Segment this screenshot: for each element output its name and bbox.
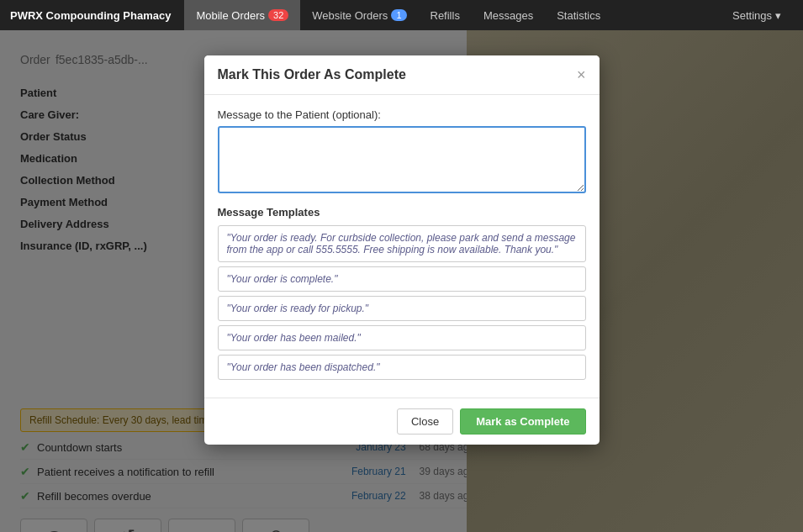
page-background: Order f5ec1835-a5db-... Patient Care Giv… — [0, 30, 803, 532]
nav-settings-label: Settings — [732, 9, 772, 22]
template-button-4[interactable]: "Your order has been dispatched." — [218, 355, 586, 380]
template-button-2[interactable]: "Your order is ready for pickup." — [218, 296, 586, 321]
modal-close-btn[interactable]: Close — [397, 408, 453, 435]
mobile-orders-badge: 32 — [268, 9, 288, 21]
top-navigation: PWRX Compounding Phamacy Mobile Orders 3… — [0, 0, 803, 30]
template-button-3[interactable]: "Your order has been mailed." — [218, 325, 586, 350]
nav-mobile-orders-label: Mobile Orders — [196, 9, 265, 22]
nav-refills[interactable]: Refills — [419, 0, 472, 30]
website-orders-badge: 1 — [391, 9, 406, 21]
nav-messages[interactable]: Messages — [472, 0, 545, 30]
templates-heading: Message Templates — [218, 206, 586, 219]
mark-complete-modal: Mark This Order As Complete × Message to… — [204, 55, 600, 445]
modal-body: Message to the Patient (optional): Messa… — [204, 95, 600, 398]
modal-close-button[interactable]: × — [577, 67, 586, 82]
modal-header: Mark This Order As Complete × — [204, 55, 600, 95]
template-button-0[interactable]: "Your order is ready. For curbside colle… — [218, 225, 586, 262]
nav-website-orders-label: Website Orders — [312, 9, 388, 22]
nav-statistics-label: Statistics — [557, 9, 600, 22]
modal-title: Mark This Order As Complete — [218, 67, 406, 82]
template-button-1[interactable]: "Your order is complete." — [218, 266, 586, 292]
patient-message-input[interactable] — [218, 126, 586, 193]
nav-settings[interactable]: Settings ▾ — [721, 0, 793, 30]
message-label: Message to the Patient (optional): — [218, 108, 586, 121]
nav-website-orders[interactable]: Website Orders 1 — [300, 0, 418, 30]
modal-overlay: Mark This Order As Complete × Message to… — [0, 30, 803, 532]
nav-refills-label: Refills — [431, 9, 460, 22]
nav-statistics[interactable]: Statistics — [545, 0, 612, 30]
modal-footer: Close Mark as Complete — [204, 398, 600, 445]
nav-mobile-orders[interactable]: Mobile Orders 32 — [184, 0, 300, 30]
settings-chevron-icon: ▾ — [775, 9, 781, 22]
nav-messages-label: Messages — [483, 9, 533, 22]
brand-logo: PWRX Compounding Phamacy — [10, 9, 171, 22]
modal-confirm-btn[interactable]: Mark as Complete — [460, 408, 585, 435]
